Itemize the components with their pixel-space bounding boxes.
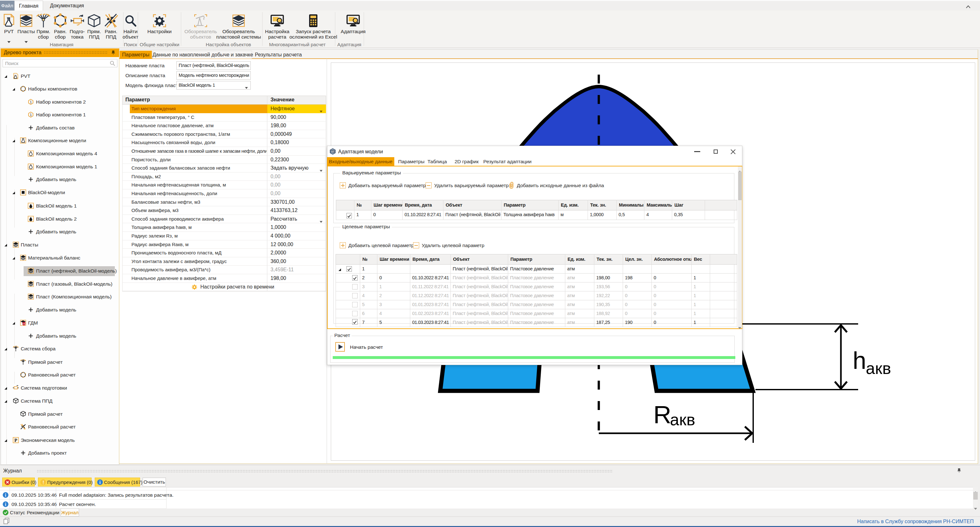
svg-text:P: P xyxy=(14,438,17,443)
svg-text:h: h xyxy=(853,347,866,374)
svg-text:ST: ST xyxy=(331,150,334,153)
svg-text:R: R xyxy=(653,400,671,429)
svg-text:акв: акв xyxy=(866,359,891,378)
svg-text:KIM: KIM xyxy=(22,323,26,325)
svg-text:1: 1 xyxy=(30,113,32,117)
svg-text:1: 1 xyxy=(30,100,32,104)
svg-text:акв: акв xyxy=(670,410,695,429)
